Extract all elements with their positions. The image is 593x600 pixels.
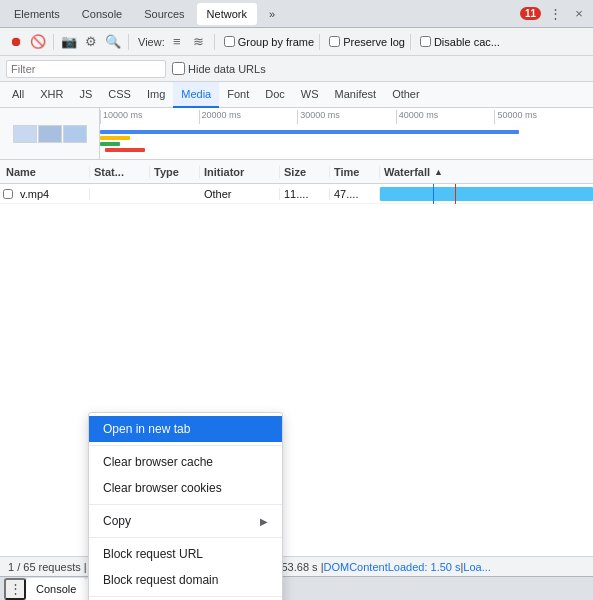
ctx-divider-4 xyxy=(89,596,282,597)
row-checkbox xyxy=(0,189,16,199)
waterfall-vline-blue xyxy=(433,184,434,204)
thumb-strip xyxy=(13,125,87,143)
console-tab-label: Console xyxy=(36,583,76,595)
ctx-divider-2 xyxy=(89,504,282,505)
dom-content-loaded-link[interactable]: DOMContentLoaded: 1.50 s xyxy=(324,561,461,573)
group-frame-checkbox[interactable] xyxy=(224,36,235,47)
timeline-header: 10000 ms 20000 ms 30000 ms 40000 ms 5000… xyxy=(0,108,593,160)
record-button[interactable]: ⏺ xyxy=(6,32,26,52)
tab-bar: Elements Console Sources Network » 11 ⋮ … xyxy=(0,0,593,28)
table-header: Name Stat... Type Initiator Size Time Wa… xyxy=(0,160,593,184)
hide-data-urls-checkbox[interactable] xyxy=(172,62,185,75)
error-badge: 11 xyxy=(520,7,541,20)
close-devtools-icon[interactable]: × xyxy=(569,4,589,24)
toolbar-divider-1 xyxy=(53,34,54,50)
camera-button[interactable]: 📷 xyxy=(59,32,79,52)
waterfall-view-button[interactable]: ≋ xyxy=(189,32,209,52)
disable-cache-label: Disable cac... xyxy=(434,36,500,48)
ctx-copy[interactable]: Copy ▶ xyxy=(89,508,282,534)
search-button[interactable]: 🔍 xyxy=(103,32,123,52)
row-waterfall-cell xyxy=(380,184,593,204)
table-area: v.mp4 Other 11.... 47.... Open in new ta… xyxy=(0,184,593,204)
resource-tab-xhr[interactable]: XHR xyxy=(32,82,71,108)
resource-tab-css[interactable]: CSS xyxy=(100,82,139,108)
timeline-mini-waterfall xyxy=(100,126,593,158)
more-options-icon[interactable]: ⋮ xyxy=(545,4,565,24)
resource-tab-js[interactable]: JS xyxy=(71,82,100,108)
row-select-checkbox[interactable] xyxy=(3,189,13,199)
resource-tab-manifest[interactable]: Manifest xyxy=(327,82,385,108)
load-link[interactable]: Loa... xyxy=(463,561,491,573)
toolbar-divider-4 xyxy=(319,34,320,50)
disable-cache-option: Disable cac... xyxy=(420,36,500,48)
list-view-button[interactable]: ≡ xyxy=(167,32,187,52)
resource-tab-font[interactable]: Font xyxy=(219,82,257,108)
ctx-copy-label: Copy xyxy=(103,514,131,528)
row-time-cell: 47.... xyxy=(330,188,380,200)
toolbar-divider-5 xyxy=(410,34,411,50)
mini-bar-2 xyxy=(100,142,120,146)
preserve-log-checkbox[interactable] xyxy=(329,36,340,47)
sort-arrow-icon: ▲ xyxy=(434,167,443,177)
bottom-menu-button[interactable]: ⋮ xyxy=(4,578,26,600)
resource-tab-media[interactable]: Media xyxy=(173,82,219,108)
mini-bar-main xyxy=(100,130,519,134)
ctx-clear-cache-label: Clear browser cache xyxy=(103,455,213,469)
ctx-block-domain[interactable]: Block request domain xyxy=(89,567,282,593)
ruler-tick-2: 20000 ms xyxy=(199,110,298,124)
ruler-tick-1: 10000 ms xyxy=(100,110,199,124)
filter-row: Hide data URLs xyxy=(0,56,593,82)
ctx-open-new-tab[interactable]: Open in new tab xyxy=(89,416,282,442)
network-toolbar: ⏺ 🚫 📷 ⚙ 🔍 View: ≡ ≋ Group by frame Prese… xyxy=(0,28,593,56)
tab-more[interactable]: » xyxy=(259,3,285,25)
filter-button[interactable]: ⚙ xyxy=(81,32,101,52)
toolbar-divider-2 xyxy=(128,34,129,50)
table-row[interactable]: v.mp4 Other 11.... 47.... xyxy=(0,184,593,204)
col-header-status: Stat... xyxy=(90,166,150,178)
view-label: View: xyxy=(138,36,165,48)
ctx-clear-cache[interactable]: Clear browser cache xyxy=(89,449,282,475)
context-menu: Open in new tab Clear browser cache Clea… xyxy=(88,412,283,600)
console-tab[interactable]: Console xyxy=(26,578,86,600)
thumb-frame-3 xyxy=(63,125,87,143)
timeline-thumbnails xyxy=(0,108,100,160)
waterfall-vline-red xyxy=(455,184,456,204)
resource-type-tabs: All XHR JS CSS Img Media Font Doc WS Man… xyxy=(0,82,593,108)
ctx-open-new-tab-label: Open in new tab xyxy=(103,422,190,436)
tab-network[interactable]: Network xyxy=(197,3,257,25)
resource-tab-img[interactable]: Img xyxy=(139,82,173,108)
row-size-cell: 11.... xyxy=(280,188,330,200)
ctx-block-url[interactable]: Block request URL xyxy=(89,541,282,567)
resource-tab-all[interactable]: All xyxy=(4,82,32,108)
mini-bar-3 xyxy=(105,148,145,152)
ctx-divider-1 xyxy=(89,445,282,446)
resource-tab-other[interactable]: Other xyxy=(384,82,428,108)
group-frame-option: Group by frame xyxy=(224,36,314,48)
ruler-tick-3: 30000 ms xyxy=(297,110,396,124)
filter-input[interactable] xyxy=(6,60,166,78)
row-name-cell: v.mp4 xyxy=(16,188,90,200)
clear-button[interactable]: 🚫 xyxy=(28,32,48,52)
hide-data-urls-label: Hide data URLs xyxy=(188,63,266,75)
col-header-waterfall: Waterfall ▲ xyxy=(380,166,593,178)
disable-cache-checkbox[interactable] xyxy=(420,36,431,47)
ctx-clear-cookies-label: Clear browser cookies xyxy=(103,481,222,495)
resource-tab-ws[interactable]: WS xyxy=(293,82,327,108)
ctx-clear-cookies[interactable]: Clear browser cookies xyxy=(89,475,282,501)
col-header-name: Name xyxy=(0,166,90,178)
thumb-frame-1 xyxy=(13,125,37,143)
col-header-type: Type xyxy=(150,166,200,178)
resource-tab-doc[interactable]: Doc xyxy=(257,82,293,108)
waterfall-bar xyxy=(380,187,593,201)
row-initiator-cell: Other xyxy=(200,188,280,200)
tab-sources[interactable]: Sources xyxy=(134,3,194,25)
tab-bar-icons: 11 ⋮ × xyxy=(520,4,589,24)
ctx-block-url-label: Block request URL xyxy=(103,547,203,561)
tab-elements[interactable]: Elements xyxy=(4,3,70,25)
mini-bar-1 xyxy=(100,136,130,140)
ruler-tick-4: 40000 ms xyxy=(396,110,495,124)
toolbar-divider-3 xyxy=(214,34,215,50)
col-header-size: Size xyxy=(280,166,330,178)
tab-console[interactable]: Console xyxy=(72,3,132,25)
col-header-initiator: Initiator xyxy=(200,166,280,178)
